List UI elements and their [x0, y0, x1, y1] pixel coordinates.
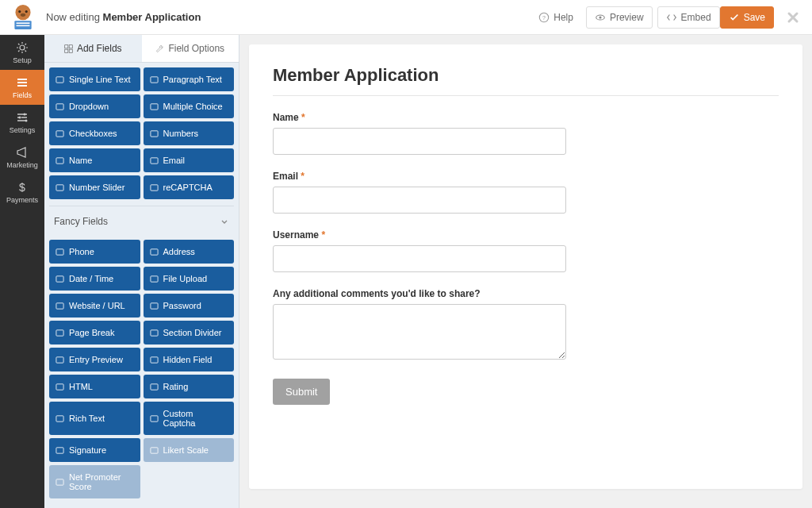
svg-rect-19 — [65, 44, 68, 48]
standard-fields-grid: Single Line TextParagraph TextDropdownMu… — [44, 63, 239, 204]
nav-settings[interactable]: Settings — [0, 105, 44, 140]
embed-button[interactable]: Embed — [657, 6, 720, 29]
email-input[interactable] — [273, 187, 566, 214]
svg-rect-22 — [69, 49, 72, 52]
megaphone-icon — [16, 146, 29, 159]
comments-textarea[interactable] — [273, 304, 566, 360]
gear-icon — [16, 41, 29, 54]
field-type-button[interactable]: Signature — [49, 438, 140, 462]
nav-marketing[interactable]: Marketing — [0, 140, 44, 175]
svg-point-2 — [25, 10, 28, 12]
svg-rect-38 — [150, 302, 157, 308]
svg-rect-20 — [69, 44, 72, 48]
form-canvas: Member Application Name * Email * Userna… — [239, 35, 812, 508]
svg-rect-13 — [17, 82, 27, 83]
panel-tabs: Add Fields Field Options — [44, 35, 239, 63]
svg-rect-28 — [150, 130, 157, 136]
field-type-button[interactable]: Single Line Text — [49, 67, 140, 91]
svg-rect-35 — [56, 275, 63, 281]
field-type-button[interactable]: Paragraph Text — [144, 67, 235, 91]
svg-rect-32 — [150, 184, 157, 190]
svg-rect-26 — [150, 103, 157, 109]
field-type-button[interactable]: Net Promoter Score — [49, 465, 140, 498]
fancy-fields-grid: PhoneAddressDate / TimeFile UploadWebsit… — [44, 235, 239, 503]
wrench-icon — [155, 44, 164, 53]
tab-field-options[interactable]: Field Options — [142, 35, 239, 62]
svg-text:$: $ — [19, 181, 25, 194]
section-fancy-fields[interactable]: Fancy Fields — [44, 208, 239, 235]
sliders-icon — [16, 111, 29, 124]
svg-point-11 — [20, 45, 25, 50]
svg-rect-44 — [150, 383, 157, 389]
svg-rect-39 — [56, 329, 63, 335]
field-type-button[interactable]: Section Divider — [144, 321, 235, 344]
svg-text:?: ? — [542, 14, 546, 20]
svg-rect-25 — [56, 103, 63, 109]
field-type-button[interactable]: Dropdown — [49, 94, 140, 118]
list-icon — [16, 76, 29, 89]
field-username[interactable]: Username * — [273, 229, 779, 272]
field-type-button[interactable]: File Upload — [144, 267, 235, 291]
save-button[interactable]: Save — [720, 6, 774, 29]
field-type-button[interactable]: Checkboxes — [49, 121, 140, 145]
svg-rect-6 — [17, 25, 30, 26]
svg-rect-47 — [56, 447, 63, 452]
field-type-button[interactable]: Rating — [144, 375, 235, 398]
field-type-button[interactable]: HTML — [49, 375, 140, 398]
nav-payments[interactable]: $ Payments — [0, 175, 44, 210]
editing-label: Now editing Member Application — [46, 11, 201, 23]
fields-panel: Add Fields Field Options Single Line Tex… — [44, 35, 239, 508]
svg-rect-41 — [56, 356, 63, 362]
svg-point-10 — [599, 16, 601, 18]
svg-rect-12 — [17, 79, 27, 80]
field-name[interactable]: Name * — [273, 112, 779, 155]
preview-button[interactable]: Preview — [586, 6, 653, 29]
field-type-button[interactable]: Website / URL — [49, 294, 140, 318]
svg-rect-29 — [56, 157, 63, 163]
username-input[interactable] — [273, 245, 566, 272]
form-card: Member Application Name * Email * Userna… — [249, 44, 802, 489]
field-type-button[interactable]: Password — [144, 294, 235, 318]
submit-button[interactable]: Submit — [273, 379, 330, 405]
field-type-button[interactable]: reCAPTCHA — [144, 175, 235, 199]
field-type-button[interactable]: Hidden Field — [144, 348, 235, 371]
svg-rect-23 — [56, 76, 63, 82]
svg-point-17 — [25, 119, 28, 121]
svg-rect-42 — [150, 356, 157, 362]
field-type-button[interactable]: Likert Scale — [144, 438, 235, 462]
svg-point-3 — [21, 13, 25, 16]
field-type-button[interactable]: Numbers — [144, 121, 235, 145]
close-button[interactable] — [783, 8, 802, 27]
field-email[interactable]: Email * — [273, 171, 779, 214]
help-link[interactable]: ? Help — [530, 7, 581, 28]
svg-rect-14 — [17, 85, 27, 87]
svg-rect-30 — [150, 157, 157, 163]
name-input[interactable] — [273, 128, 566, 155]
field-comments[interactable]: Any additional comments you'd like to sh… — [273, 288, 779, 363]
field-label: Username * — [273, 229, 779, 241]
field-type-button[interactable]: Name — [49, 148, 140, 172]
field-type-button[interactable]: Rich Text — [49, 402, 140, 435]
nav-fields[interactable]: Fields — [0, 70, 44, 105]
field-type-button[interactable]: Email — [144, 148, 235, 172]
section-payment-fields[interactable]: Payment Fields — [44, 503, 239, 508]
svg-rect-46 — [150, 415, 157, 421]
svg-point-15 — [24, 113, 26, 115]
field-type-button[interactable]: Entry Preview — [49, 348, 140, 371]
field-label: Name * — [273, 112, 779, 123]
field-type-button[interactable]: Custom Captcha — [144, 402, 235, 435]
field-type-button[interactable]: Address — [144, 240, 235, 264]
dollar-icon: $ — [16, 181, 29, 194]
field-type-button[interactable]: Date / Time — [49, 267, 140, 291]
nav-setup[interactable]: Setup — [0, 35, 44, 70]
svg-rect-36 — [150, 275, 157, 281]
chevron-down-icon — [220, 217, 229, 226]
field-type-button[interactable]: Multiple Choice — [144, 94, 235, 118]
svg-rect-33 — [56, 248, 63, 254]
tab-add-fields[interactable]: Add Fields — [44, 35, 142, 62]
grid-icon — [64, 44, 73, 53]
top-bar: Now editing Member Application ? Help Pr… — [0, 0, 812, 35]
field-type-button[interactable]: Number Slider — [49, 175, 140, 199]
field-type-button[interactable]: Page Break — [49, 321, 140, 344]
field-type-button[interactable]: Phone — [49, 240, 140, 264]
